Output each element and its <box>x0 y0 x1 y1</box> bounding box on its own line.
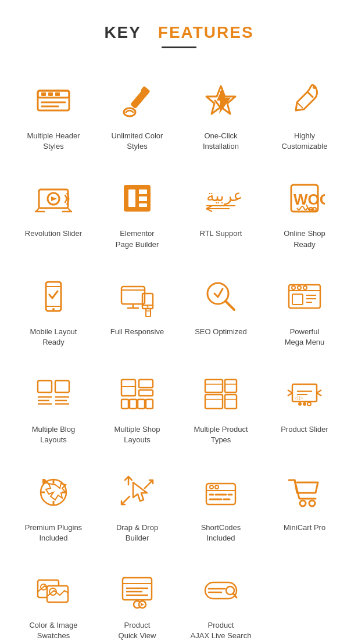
svg-point-100 <box>300 500 306 506</box>
empty-cell <box>263 555 346 644</box>
svg-rect-66 <box>121 399 128 409</box>
svg-rect-67 <box>130 399 137 409</box>
svg-rect-54 <box>38 381 52 392</box>
svg-rect-69 <box>146 399 153 409</box>
svg-rect-23 <box>139 203 147 207</box>
svg-point-81 <box>307 402 311 406</box>
full-responsive-label: Full Responsive <box>110 327 164 337</box>
svg-point-41 <box>147 306 149 307</box>
feature-product-slider: ◁ ▷ Product Slider <box>263 359 346 457</box>
feature-unlimited-color-styles: Unlimited ColorStyles <box>95 66 179 163</box>
svg-rect-35 <box>121 287 145 304</box>
multiple-header-styles-icon <box>30 77 77 124</box>
powerful-mega-menu-icon <box>281 273 328 320</box>
multiple-product-types-label: Multiple ProductTypes <box>194 424 248 445</box>
powerful-mega-menu-label: PowerfulMega Menu <box>285 327 325 348</box>
multiple-header-styles-label: Multiple HeaderStyles <box>27 131 80 152</box>
svg-rect-2 <box>41 92 46 96</box>
feature-multiple-blog-layouts: Multiple BlogLayouts <box>12 359 95 457</box>
svg-rect-65 <box>139 390 153 396</box>
seo-optimized-label: SEO Optimized <box>195 327 247 337</box>
seo-optimized-icon <box>198 273 244 320</box>
drag-drop-builder-icon <box>114 469 160 516</box>
unlimited-color-styles-label: Unlimited ColorStyles <box>112 131 163 152</box>
shortcodes-included-label: ShortCodesIncluded <box>201 523 241 543</box>
feature-seo-optimized: SEO Optimized <box>179 262 263 359</box>
revolution-slider-label: Revolution Slider <box>25 228 82 239</box>
svg-marker-14 <box>51 196 57 201</box>
svg-point-79 <box>298 402 302 406</box>
color-image-swatches-label: Color & ImageSwatches <box>29 620 77 641</box>
online-shop-ready-icon: WOO <box>281 175 328 221</box>
feature-revolution-slider: Revolution Slider <box>12 163 95 261</box>
svg-point-47 <box>292 286 295 289</box>
feature-multiple-header-styles: Multiple HeaderStyles <box>12 66 95 163</box>
rtl-support-icon: عربية <box>198 175 244 221</box>
svg-text:WOO: WOO <box>293 191 325 208</box>
full-responsive-icon <box>114 273 160 320</box>
rtl-support-label: RTL Support <box>200 228 242 239</box>
multiple-product-types-icon <box>198 371 244 417</box>
svg-point-80 <box>303 402 306 406</box>
svg-rect-70 <box>205 380 223 392</box>
feature-elementor-page-builder: ElementorPage Builder <box>95 163 179 261</box>
feature-highly-customizable: HighlyCustomizable <box>263 66 346 163</box>
svg-rect-50 <box>292 294 303 305</box>
feature-color-image-swatches: Color & ImageSwatches <box>12 555 95 644</box>
shortcodes-included-icon <box>198 469 244 516</box>
features-grid: Multiple HeaderStyles Unlimited ColorSty… <box>0 60 358 644</box>
svg-text:عربية: عربية <box>206 187 241 205</box>
svg-rect-113 <box>205 582 237 599</box>
elementor-page-builder-icon <box>114 175 160 221</box>
svg-rect-68 <box>138 399 145 409</box>
one-click-installation-label: One-ClickInstallation <box>203 131 239 152</box>
multiple-blog-layouts-icon <box>30 371 77 417</box>
premium-plugins-included-label: Premium PluginsIncluded <box>25 523 82 543</box>
product-quick-view-label: ProductQuick View <box>119 620 156 641</box>
feature-product-ajax-live-search: ProductAJAX Live Search <box>179 555 263 644</box>
svg-rect-76 <box>225 395 237 409</box>
svg-rect-42 <box>146 309 151 317</box>
header-underline <box>162 46 196 48</box>
online-shop-ready-label: Online ShopReady <box>284 228 325 249</box>
svg-rect-64 <box>139 380 153 388</box>
feature-drag-drop-builder: Drap & DropBuilder <box>95 457 179 555</box>
feature-product-quick-view: ProductQuick View <box>95 555 179 644</box>
feature-full-responsive: Full Responsive <box>95 262 179 359</box>
header-key: KEY <box>104 23 141 41</box>
color-image-swatches-icon <box>30 567 77 613</box>
product-quick-view-icon <box>114 567 160 613</box>
multiple-shop-layouts-label: Multiple ShopLayouts <box>114 424 160 445</box>
svg-rect-21 <box>139 189 147 194</box>
svg-rect-74 <box>225 380 237 392</box>
feature-online-shop-ready: WOO Online ShopReady <box>263 163 346 261</box>
feature-shortcodes-included: ShortCodesIncluded <box>179 457 263 555</box>
svg-rect-22 <box>139 196 147 201</box>
product-slider-icon: ◁ ▷ <box>281 371 328 417</box>
feature-multiple-shop-layouts: Multiple ShopLayouts <box>95 359 179 457</box>
feature-premium-plugins-included: Premium PluginsIncluded <box>12 457 95 555</box>
minicart-pro-label: MiniCart Pro <box>284 523 325 533</box>
product-ajax-live-search-label: ProductAJAX Live Search <box>191 620 252 641</box>
revolution-slider-icon <box>30 175 77 221</box>
svg-rect-58 <box>55 381 69 392</box>
mobile-layout-ready-icon <box>30 273 77 320</box>
mobile-layout-ready-label: Mobile LayoutReady <box>30 327 77 348</box>
svg-point-49 <box>303 286 307 289</box>
drag-drop-builder-label: Drap & DropBuilder <box>116 523 158 543</box>
svg-rect-62 <box>121 380 135 396</box>
svg-rect-20 <box>128 189 135 207</box>
svg-point-101 <box>309 500 315 506</box>
svg-point-11 <box>313 85 316 89</box>
feature-one-click-installation: One-ClickInstallation <box>179 66 263 163</box>
product-slider-label: Product Slider <box>281 424 328 435</box>
svg-text:◁ ▷: ◁ ▷ <box>295 395 303 400</box>
feature-multiple-product-types: Multiple ProductTypes <box>179 359 263 457</box>
multiple-shop-layouts-icon <box>114 371 160 417</box>
svg-rect-72 <box>205 395 223 409</box>
svg-point-34 <box>52 308 55 310</box>
minicart-pro-icon <box>281 469 328 516</box>
unlimited-color-styles-icon <box>114 77 160 124</box>
svg-rect-3 <box>48 92 53 96</box>
page-header: KEY FEATURES <box>0 0 358 60</box>
